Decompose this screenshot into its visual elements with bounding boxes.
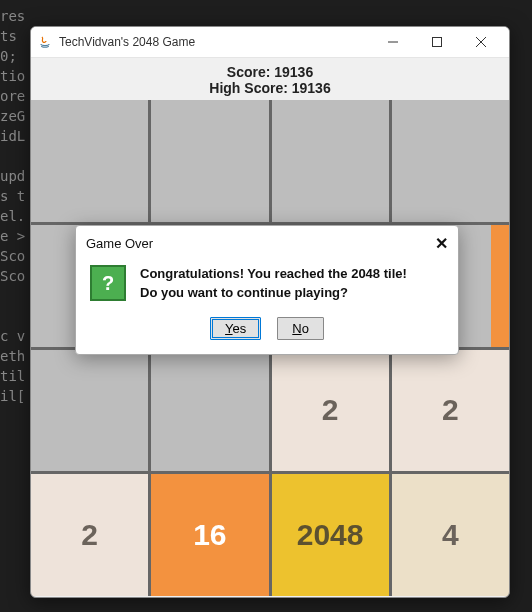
tile-2-0 <box>31 350 148 472</box>
tile-3-0: 2 <box>31 474 148 596</box>
close-button[interactable] <box>459 27 503 57</box>
tile-3-1: 16 <box>151 474 268 596</box>
code-editor-bg: res ts 0; tio ore zeG idL upd s t el. e … <box>0 0 25 406</box>
question-icon: ? <box>90 265 126 301</box>
dialog-close-icon[interactable]: ✕ <box>435 234 448 253</box>
tile-0-3 <box>392 100 509 222</box>
highscore-text: High Score: 19136 <box>31 80 509 96</box>
score-bar: Score: 19136 High Score: 19136 <box>31 58 509 100</box>
tile-2-3: 2 <box>392 350 509 472</box>
yes-button[interactable]: Yes <box>210 317 261 340</box>
tile-0-1 <box>151 100 268 222</box>
svg-rect-1 <box>433 38 442 47</box>
tile-3-3: 4 <box>392 474 509 596</box>
titlebar: TechVidvan's 2048 Game <box>31 27 509 58</box>
game-over-dialog: Game Over ✕ ? Congratulations! You reach… <box>75 225 459 355</box>
maximize-button[interactable] <box>415 27 459 57</box>
tile-3-2: 2048 <box>272 474 389 596</box>
tile-0-2 <box>272 100 389 222</box>
dialog-message: Congratulations! You reached the 2048 ti… <box>140 265 407 303</box>
window-title: TechVidvan's 2048 Game <box>59 35 371 49</box>
no-button[interactable]: No <box>277 317 324 340</box>
dialog-title: Game Over <box>86 236 153 251</box>
minimize-button[interactable] <box>371 27 415 57</box>
java-icon <box>37 34 53 50</box>
tile-2-2: 2 <box>272 350 389 472</box>
tile-2-1 <box>151 350 268 472</box>
score-text: Score: 19136 <box>31 64 509 80</box>
tile-0-0 <box>31 100 148 222</box>
